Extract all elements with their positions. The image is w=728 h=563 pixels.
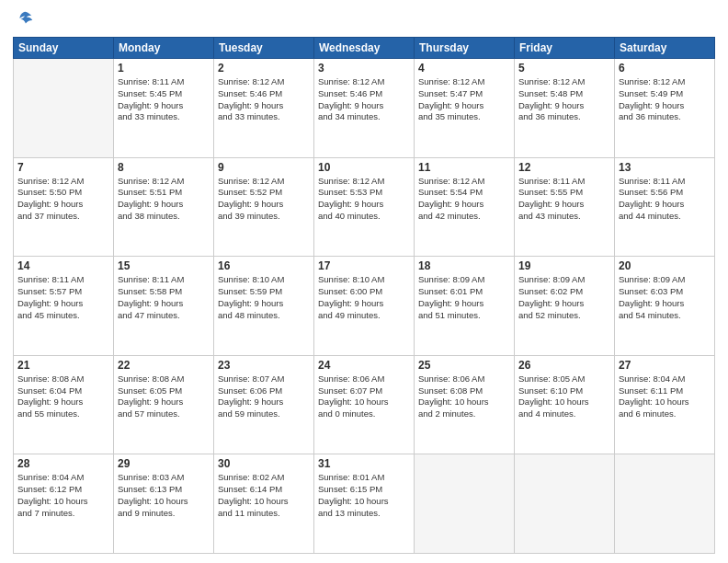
day-info: Sunrise: 8:08 AM Sunset: 6:05 PM Dayligh… <box>118 373 210 420</box>
day-info: Sunrise: 8:02 AM Sunset: 6:14 PM Dayligh… <box>218 472 310 519</box>
day-number: 27 <box>619 359 711 372</box>
page: SundayMondayTuesdayWednesdayThursdayFrid… <box>0 0 728 563</box>
day-cell: 26Sunrise: 8:05 AM Sunset: 6:10 PM Dayli… <box>515 355 615 454</box>
day-cell: 10Sunrise: 8:12 AM Sunset: 5:53 PM Dayli… <box>314 157 415 257</box>
logo <box>13 9 35 29</box>
day-number: 24 <box>318 359 410 372</box>
day-cell: 18Sunrise: 8:09 AM Sunset: 6:01 PM Dayli… <box>415 257 515 356</box>
day-info: Sunrise: 8:12 AM Sunset: 5:53 PM Dayligh… <box>318 176 410 223</box>
day-cell: 22Sunrise: 8:08 AM Sunset: 6:05 PM Dayli… <box>114 355 214 454</box>
day-info: Sunrise: 8:11 AM Sunset: 5:55 PM Dayligh… <box>518 176 610 223</box>
day-number: 12 <box>518 161 610 174</box>
day-number: 31 <box>318 457 410 470</box>
day-info: Sunrise: 8:11 AM Sunset: 5:57 PM Dayligh… <box>17 274 109 321</box>
day-cell: 27Sunrise: 8:04 AM Sunset: 6:11 PM Dayli… <box>615 355 715 454</box>
day-number: 15 <box>118 259 210 272</box>
day-number: 1 <box>118 62 210 75</box>
day-cell: 1Sunrise: 8:11 AM Sunset: 5:45 PM Daylig… <box>114 59 214 158</box>
day-number: 23 <box>218 359 310 372</box>
day-info: Sunrise: 8:04 AM Sunset: 6:11 PM Dayligh… <box>619 373 711 420</box>
day-number: 11 <box>418 161 510 174</box>
day-cell <box>415 454 515 554</box>
day-cell: 31Sunrise: 8:01 AM Sunset: 6:15 PM Dayli… <box>314 454 415 554</box>
day-cell: 8Sunrise: 8:12 AM Sunset: 5:51 PM Daylig… <box>114 157 214 257</box>
day-number: 26 <box>518 359 610 372</box>
day-cell <box>615 454 715 554</box>
day-info: Sunrise: 8:04 AM Sunset: 6:12 PM Dayligh… <box>17 472 109 519</box>
week-row-3: 14Sunrise: 8:11 AM Sunset: 5:57 PM Dayli… <box>14 257 715 356</box>
day-number: 30 <box>218 457 310 470</box>
day-cell: 29Sunrise: 8:03 AM Sunset: 6:13 PM Dayli… <box>114 454 214 554</box>
day-cell: 11Sunrise: 8:12 AM Sunset: 5:54 PM Dayli… <box>415 157 515 257</box>
day-info: Sunrise: 8:12 AM Sunset: 5:52 PM Dayligh… <box>218 176 310 223</box>
day-info: Sunrise: 8:12 AM Sunset: 5:49 PM Dayligh… <box>619 76 711 123</box>
day-cell <box>515 454 615 554</box>
day-number: 16 <box>218 259 310 272</box>
day-number: 14 <box>17 259 109 272</box>
day-cell: 21Sunrise: 8:08 AM Sunset: 6:04 PM Dayli… <box>14 355 114 454</box>
day-cell: 4Sunrise: 8:12 AM Sunset: 5:47 PM Daylig… <box>415 59 515 158</box>
day-number: 8 <box>118 161 210 174</box>
day-cell: 5Sunrise: 8:12 AM Sunset: 5:48 PM Daylig… <box>515 59 615 158</box>
day-cell: 12Sunrise: 8:11 AM Sunset: 5:55 PM Dayli… <box>515 157 615 257</box>
day-info: Sunrise: 8:09 AM Sunset: 6:02 PM Dayligh… <box>518 274 610 321</box>
day-number: 29 <box>118 457 210 470</box>
day-number: 25 <box>418 359 510 372</box>
day-cell: 13Sunrise: 8:11 AM Sunset: 5:56 PM Dayli… <box>615 157 715 257</box>
day-number: 5 <box>518 62 610 75</box>
day-cell: 17Sunrise: 8:10 AM Sunset: 6:00 PM Dayli… <box>314 257 415 356</box>
day-info: Sunrise: 8:12 AM Sunset: 5:51 PM Dayligh… <box>118 176 210 223</box>
day-number: 21 <box>17 359 109 372</box>
day-cell: 20Sunrise: 8:09 AM Sunset: 6:03 PM Dayli… <box>615 257 715 356</box>
day-cell: 30Sunrise: 8:02 AM Sunset: 6:14 PM Dayli… <box>214 454 314 554</box>
day-cell: 19Sunrise: 8:09 AM Sunset: 6:02 PM Dayli… <box>515 257 615 356</box>
day-cell: 7Sunrise: 8:12 AM Sunset: 5:50 PM Daylig… <box>14 157 114 257</box>
day-info: Sunrise: 8:01 AM Sunset: 6:15 PM Dayligh… <box>318 472 410 519</box>
day-cell <box>14 59 114 158</box>
col-header-saturday: Saturday <box>615 38 715 59</box>
day-info: Sunrise: 8:03 AM Sunset: 6:13 PM Dayligh… <box>118 472 210 519</box>
day-cell: 6Sunrise: 8:12 AM Sunset: 5:49 PM Daylig… <box>615 59 715 158</box>
day-cell: 24Sunrise: 8:06 AM Sunset: 6:07 PM Dayli… <box>314 355 415 454</box>
week-row-4: 21Sunrise: 8:08 AM Sunset: 6:04 PM Dayli… <box>14 355 715 454</box>
day-info: Sunrise: 8:05 AM Sunset: 6:10 PM Dayligh… <box>518 373 610 420</box>
day-info: Sunrise: 8:11 AM Sunset: 5:56 PM Dayligh… <box>619 176 711 223</box>
day-info: Sunrise: 8:12 AM Sunset: 5:46 PM Dayligh… <box>218 76 310 123</box>
day-cell: 14Sunrise: 8:11 AM Sunset: 5:57 PM Dayli… <box>14 257 114 356</box>
day-cell: 2Sunrise: 8:12 AM Sunset: 5:46 PM Daylig… <box>214 59 314 158</box>
day-info: Sunrise: 8:10 AM Sunset: 6:00 PM Dayligh… <box>318 274 410 321</box>
week-row-2: 7Sunrise: 8:12 AM Sunset: 5:50 PM Daylig… <box>14 157 715 257</box>
day-info: Sunrise: 8:12 AM Sunset: 5:50 PM Dayligh… <box>17 176 109 223</box>
day-number: 2 <box>218 62 310 75</box>
day-cell: 28Sunrise: 8:04 AM Sunset: 6:12 PM Dayli… <box>14 454 114 554</box>
calendar-table: SundayMondayTuesdayWednesdayThursdayFrid… <box>13 37 715 554</box>
day-cell: 15Sunrise: 8:11 AM Sunset: 5:58 PM Dayli… <box>114 257 214 356</box>
week-row-5: 28Sunrise: 8:04 AM Sunset: 6:12 PM Dayli… <box>14 454 715 554</box>
day-info: Sunrise: 8:11 AM Sunset: 5:58 PM Dayligh… <box>118 274 210 321</box>
day-info: Sunrise: 8:10 AM Sunset: 5:59 PM Dayligh… <box>218 274 310 321</box>
day-number: 7 <box>17 161 109 174</box>
day-number: 6 <box>619 62 711 75</box>
day-number: 20 <box>619 259 711 272</box>
day-info: Sunrise: 8:09 AM Sunset: 6:03 PM Dayligh… <box>619 274 711 321</box>
col-header-thursday: Thursday <box>415 38 515 59</box>
day-cell: 25Sunrise: 8:06 AM Sunset: 6:08 PM Dayli… <box>415 355 515 454</box>
header <box>13 9 715 29</box>
day-number: 19 <box>518 259 610 272</box>
day-number: 17 <box>318 259 410 272</box>
logo-bird-icon <box>15 9 35 29</box>
day-info: Sunrise: 8:12 AM Sunset: 5:54 PM Dayligh… <box>418 176 510 223</box>
week-row-1: 1Sunrise: 8:11 AM Sunset: 5:45 PM Daylig… <box>14 59 715 158</box>
day-info: Sunrise: 8:11 AM Sunset: 5:45 PM Dayligh… <box>118 76 210 123</box>
day-cell: 3Sunrise: 8:12 AM Sunset: 5:46 PM Daylig… <box>314 59 415 158</box>
day-info: Sunrise: 8:12 AM Sunset: 5:46 PM Dayligh… <box>318 76 410 123</box>
col-header-tuesday: Tuesday <box>214 38 314 59</box>
day-number: 3 <box>318 62 410 75</box>
col-header-monday: Monday <box>114 38 214 59</box>
day-number: 18 <box>418 259 510 272</box>
calendar-header-row: SundayMondayTuesdayWednesdayThursdayFrid… <box>14 38 715 59</box>
day-number: 9 <box>218 161 310 174</box>
day-cell: 23Sunrise: 8:07 AM Sunset: 6:06 PM Dayli… <box>214 355 314 454</box>
day-number: 22 <box>118 359 210 372</box>
day-info: Sunrise: 8:06 AM Sunset: 6:07 PM Dayligh… <box>318 373 410 420</box>
